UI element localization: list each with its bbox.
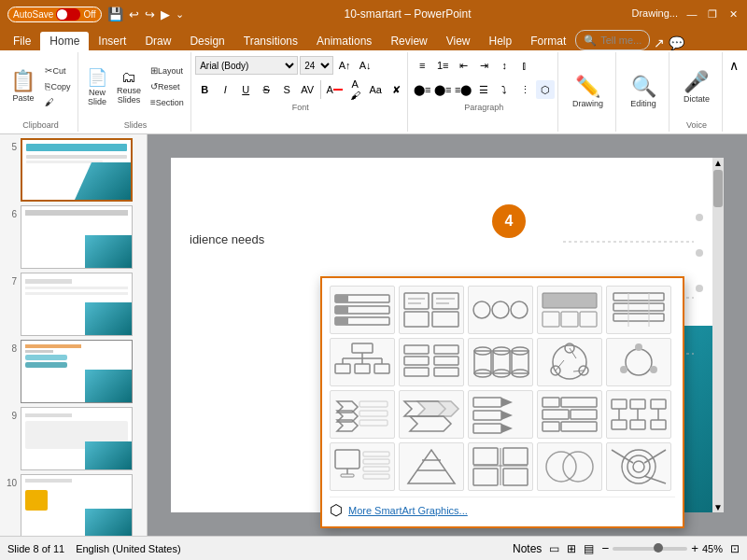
tab-transitions[interactable]: Transitions: [234, 32, 307, 50]
slide-img-9[interactable]: [21, 407, 133, 470]
redo-icon[interactable]: ↪: [145, 7, 155, 21]
dictate-button[interactable]: 🎤 Dictate: [678, 67, 715, 106]
tab-file[interactable]: File: [4, 32, 40, 50]
font-family-select[interactable]: Arial (Body): [195, 56, 298, 75]
numbering-button[interactable]: 1≡: [433, 56, 452, 75]
comments-icon[interactable]: 💬: [669, 35, 684, 50]
slide-thumb-6[interactable]: 6: [4, 205, 143, 269]
normal-view-button[interactable]: ▭: [549, 542, 559, 555]
italic-button[interactable]: I: [216, 80, 234, 99]
smartart-table-3x2[interactable]: [537, 286, 602, 334]
reuse-slides-button[interactable]: 🗂 Reuse Slides: [113, 67, 145, 106]
autosave-badge[interactable]: AutoSave Off: [7, 7, 102, 22]
zoom-slider[interactable]: [613, 547, 687, 551]
tell-me-box[interactable]: 🔍 Tell me...: [575, 30, 650, 50]
decrease-indent-button[interactable]: ⇤: [454, 56, 472, 75]
smartart-chevron-list[interactable]: [330, 390, 395, 439]
tab-help[interactable]: Help: [480, 32, 522, 50]
smartart-table-lines[interactable]: [606, 286, 671, 334]
slide-thumb-7[interactable]: 7: [4, 273, 143, 336]
decrease-font-button[interactable]: A↓: [356, 56, 374, 75]
align-right-button[interactable]: ≡⬤: [454, 80, 472, 99]
share-icon[interactable]: ↗: [654, 35, 665, 50]
smartart-venn[interactable]: [537, 442, 602, 491]
align-text-button[interactable]: ⋮: [515, 80, 534, 99]
slide-sorter-button[interactable]: ⊞: [567, 542, 576, 555]
smartart-connect-bars[interactable]: [606, 390, 671, 439]
smartart-org-chart[interactable]: [330, 338, 395, 386]
line-spacing-button[interactable]: ↕: [495, 56, 514, 75]
tab-draw[interactable]: Draw: [135, 32, 180, 50]
present-icon[interactable]: ▶: [161, 7, 170, 21]
underline-button[interactable]: U: [236, 80, 255, 99]
increase-indent-button[interactable]: ⇥: [474, 56, 493, 75]
highlight-button[interactable]: A🖌: [345, 80, 364, 99]
smartart-stacked-bars[interactable]: [537, 390, 602, 439]
slide-img-8[interactable]: [21, 340, 133, 403]
tab-review[interactable]: Review: [381, 32, 436, 50]
restore-button[interactable]: ❐: [706, 7, 719, 21]
layout-button[interactable]: ⊞ Layout: [147, 63, 188, 77]
smartart-list-horiz[interactable]: [330, 286, 395, 334]
scroll-up-button[interactable]: ▲: [713, 158, 723, 168]
fit-slide-button[interactable]: ⊡: [730, 542, 740, 555]
cut-button[interactable]: ✂ Cut: [41, 63, 74, 77]
tab-design[interactable]: Design: [180, 32, 233, 50]
smartart-cycle-arrows[interactable]: [537, 338, 602, 386]
more-smartart-link[interactable]: More SmartArt Graphics...: [348, 505, 468, 516]
scrollbar-thumb[interactable]: [713, 170, 723, 207]
tab-animations[interactable]: Animations: [307, 32, 381, 50]
smartart-pyramid[interactable]: [399, 442, 464, 491]
tab-home[interactable]: Home: [40, 32, 89, 50]
slide-img-10[interactable]: [21, 474, 133, 536]
undo-icon[interactable]: ↩: [129, 7, 139, 21]
strikethrough-button[interactable]: S: [257, 80, 275, 99]
slide-thumb-10[interactable]: 10: [4, 474, 143, 536]
char-spacing-button[interactable]: AV: [298, 80, 317, 99]
new-slide-button[interactable]: 📄 New Slide: [83, 65, 111, 108]
zoom-out-button[interactable]: −: [601, 541, 609, 555]
slide-img-6[interactable]: [21, 205, 133, 269]
smartart-monitor-list[interactable]: [330, 442, 395, 491]
text-color-button[interactable]: A: [325, 80, 344, 99]
reset-button[interactable]: ↺ Reset: [147, 79, 188, 93]
section-button[interactable]: ≡ Section: [147, 95, 188, 109]
smartart-circles-row[interactable]: [468, 286, 533, 334]
change-case-button[interactable]: Aa: [366, 80, 385, 99]
minimize-button[interactable]: —: [685, 7, 698, 21]
drawing-button[interactable]: ✏️ Drawing: [567, 72, 609, 111]
bold-button[interactable]: B: [195, 80, 214, 99]
align-left-button[interactable]: ⬤≡: [413, 80, 431, 99]
justify-button[interactable]: ☰: [474, 80, 493, 99]
scroll-down-button[interactable]: ▼: [713, 502, 723, 512]
tab-format[interactable]: Format: [521, 32, 575, 50]
autosave-toggle[interactable]: [56, 8, 80, 21]
font-size-select[interactable]: 24: [300, 56, 333, 75]
reading-view-button[interactable]: ▤: [584, 542, 594, 555]
save-icon[interactable]: 💾: [107, 7, 123, 21]
more-icon[interactable]: ⌄: [176, 8, 184, 21]
smartart-button[interactable]: ⬡: [536, 80, 555, 99]
smartart-target-arrows[interactable]: [606, 442, 671, 491]
smartart-two-col[interactable]: [399, 338, 464, 386]
close-button[interactable]: ✕: [726, 7, 740, 21]
smartart-arrows-right[interactable]: [399, 390, 464, 439]
editing-button[interactable]: 🔍 Editing: [625, 72, 662, 111]
bullets-button[interactable]: ≡: [413, 56, 431, 75]
vertical-scrollbar[interactable]: ▲ ▼: [712, 158, 724, 512]
slide-img-7[interactable]: [21, 273, 133, 336]
tab-insert[interactable]: Insert: [89, 32, 135, 50]
slide-thumb-5[interactable]: 5: [4, 138, 143, 202]
smartart-quad-grid[interactable]: [468, 442, 533, 491]
format-painter-button[interactable]: 🖌: [41, 95, 74, 109]
clear-format-button[interactable]: ✘: [387, 80, 405, 99]
increase-font-button[interactable]: A↑: [335, 56, 354, 75]
columns-button[interactable]: ⫿: [515, 56, 534, 75]
slide-thumb-8[interactable]: 8: [4, 340, 143, 403]
smartart-arrow-target[interactable]: [468, 390, 533, 439]
shadow-button[interactable]: S: [277, 80, 296, 99]
text-direction-button[interactable]: ⤵: [495, 80, 514, 99]
smartart-list-text[interactable]: [399, 286, 464, 334]
smartart-cylinders-row[interactable]: [468, 338, 533, 386]
collapse-ribbon-button[interactable]: ∧: [725, 56, 743, 75]
